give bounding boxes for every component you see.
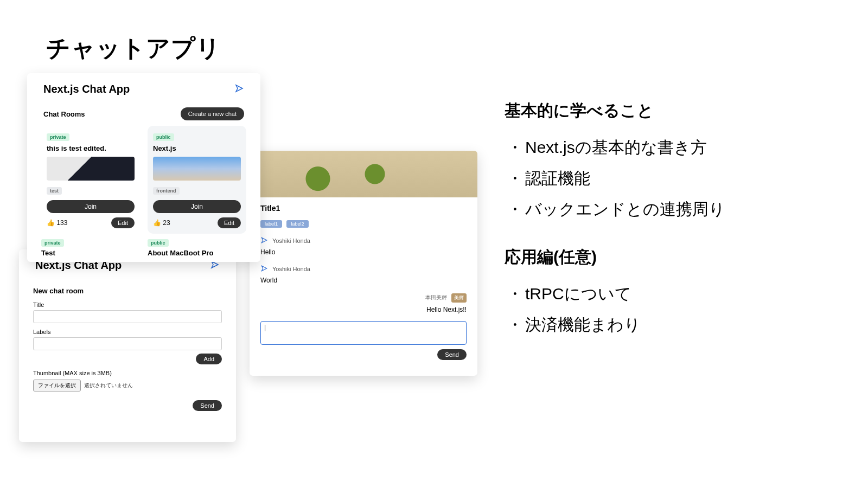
send-button[interactable]: Send xyxy=(193,400,222,411)
rooms-heading: Chat Rooms xyxy=(43,110,85,118)
thread-hero-image xyxy=(250,151,477,197)
privacy-badge: public xyxy=(153,133,174,141)
join-button[interactable]: Join xyxy=(153,200,241,213)
message-text: World xyxy=(260,277,467,284)
slide-title: チャットアプリ xyxy=(46,33,221,65)
advanced-heading: 応用編(任意) xyxy=(505,246,830,268)
room-card-partial[interactable]: public About MacBoot Pro xyxy=(148,237,246,257)
thumbnail-label: Thumbnail (MAX size is 3MB) xyxy=(33,370,222,376)
like-count: 👍 133 xyxy=(47,219,67,227)
create-chat-button[interactable]: Create a new chat xyxy=(181,107,244,120)
message-text: Hello Next.js!! xyxy=(260,306,467,313)
message-user: Yoshiki Honda xyxy=(272,266,310,272)
thread-label: label2 xyxy=(286,220,308,228)
privacy-badge: public xyxy=(148,239,169,247)
room-thumbnail xyxy=(153,157,241,181)
basic-item: バックエンドとの連携周り xyxy=(510,194,830,224)
room-card[interactable]: public Next.js frontend Join 👍 23 Edit xyxy=(148,126,246,234)
send-button[interactable]: Send xyxy=(437,349,467,360)
user-icon xyxy=(260,236,268,245)
file-select-button[interactable]: ファイルを選択 xyxy=(33,380,81,391)
app-title: Next.js Chat App xyxy=(43,83,130,95)
message: Yoshiki Honda Hello xyxy=(260,236,467,256)
avatar-chip: 美輝 xyxy=(451,293,467,303)
edit-button[interactable]: Edit xyxy=(218,217,241,228)
message-own: 本田美輝 美輝 Hello Next.js!! xyxy=(260,292,467,313)
file-status: 選択されていません xyxy=(84,382,133,389)
advanced-item: 決済機能まわり xyxy=(510,309,830,340)
thread-title: Title1 xyxy=(260,204,467,213)
labels-label: Labels xyxy=(33,329,222,335)
room-tag: test xyxy=(47,187,62,195)
room-title: Next.js xyxy=(153,144,241,152)
labels-input[interactable] xyxy=(33,337,222,350)
room-thumbnail xyxy=(47,157,135,181)
basic-heading: 基本的に学べること xyxy=(505,100,830,122)
logo-icon xyxy=(234,84,244,95)
basic-item: 認証機能 xyxy=(510,163,830,194)
edit-button[interactable]: Edit xyxy=(111,217,135,228)
title-input[interactable] xyxy=(33,310,222,323)
like-count: 👍 23 xyxy=(153,219,170,227)
join-button[interactable]: Join xyxy=(47,200,135,213)
thread-label: label1 xyxy=(260,220,282,228)
room-title: this is test edited. xyxy=(47,144,135,152)
screenshot-rooms: Next.js Chat App Chat Rooms Create a new… xyxy=(27,73,260,262)
room-title: Test xyxy=(41,249,140,257)
add-button[interactable]: Add xyxy=(196,354,222,364)
advanced-item: tRPCについて xyxy=(510,278,830,309)
room-card-partial[interactable]: private Test xyxy=(41,237,140,257)
basic-item: Next.jsの基本的な書き方 xyxy=(510,132,830,163)
message-text: Hello xyxy=(260,248,467,256)
screenshot-thread: Title1 label1 label2 Yoshiki Honda Hello… xyxy=(250,151,477,376)
screenshot-newchat: Next.js Chat App New chat room Title Lab… xyxy=(19,249,236,442)
title-label: Title xyxy=(33,301,222,308)
compose-input[interactable]: | xyxy=(260,321,467,345)
message-user: Yoshiki Honda xyxy=(272,237,310,244)
user-icon xyxy=(260,265,268,273)
message-user: 本田美輝 xyxy=(425,294,447,300)
learning-summary: 基本的に学べること Next.jsの基本的な書き方 認証機能 バックエンドとの連… xyxy=(505,87,830,340)
room-card[interactable]: private this is test edited. test Join 👍… xyxy=(41,126,140,234)
room-title: About MacBoot Pro xyxy=(148,249,246,257)
privacy-badge: private xyxy=(47,133,69,141)
privacy-badge: private xyxy=(41,239,64,247)
room-tag: frontend xyxy=(153,187,180,195)
form-heading: New chat room xyxy=(33,287,222,295)
message: Yoshiki Honda World xyxy=(260,265,467,284)
